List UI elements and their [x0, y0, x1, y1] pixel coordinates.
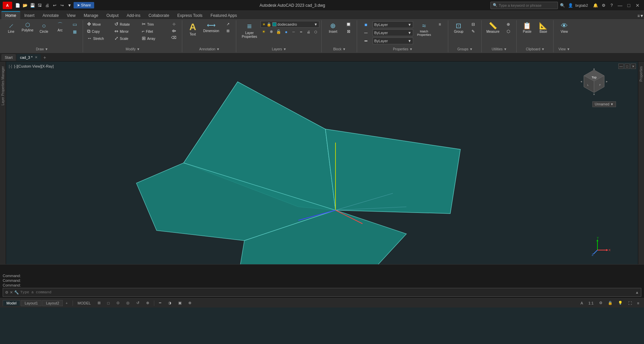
- line-button[interactable]: ⟋ Line: [3, 21, 19, 35]
- properties-tab[interactable]: Properties: [639, 65, 644, 83]
- status-annotation-btn[interactable]: A: [579, 300, 585, 306]
- new-layout-button[interactable]: +: [63, 300, 70, 306]
- rectangle-button[interactable]: ▭: [69, 21, 81, 28]
- block-dropdown-icon[interactable]: ▼: [343, 47, 346, 51]
- annotation-label[interactable]: Annotation ▼: [199, 47, 220, 52]
- paste-button[interactable]: 📋 Paste: [519, 21, 535, 35]
- explode-button[interactable]: ⊹: [168, 21, 180, 27]
- group-edit-btn[interactable]: ✎: [467, 28, 479, 35]
- save-btn[interactable]: 💾: [29, 2, 36, 9]
- tab-view[interactable]: View: [63, 12, 80, 19]
- close-button[interactable]: ✕: [634, 2, 641, 9]
- search-input[interactable]: [499, 3, 556, 7]
- search-box[interactable]: 🔍: [490, 2, 558, 9]
- minimize-button[interactable]: —: [616, 2, 624, 9]
- erase-button[interactable]: ⌫: [168, 34, 180, 41]
- status-isolate-btn[interactable]: 💡: [616, 300, 625, 306]
- status-gizmo-btn[interactable]: ⊕: [186, 300, 193, 306]
- match-properties-button[interactable]: ≈ MatchProperties: [415, 21, 433, 38]
- lineweight-bylayer[interactable]: ByLayer ▼: [373, 38, 413, 44]
- scale-button[interactable]: ⤢ Scale: [113, 35, 140, 42]
- settings-icon[interactable]: ⚙: [600, 2, 607, 9]
- layer-lineweight-icon[interactable]: ━: [298, 28, 304, 35]
- block-label[interactable]: Block ▼: [333, 47, 346, 52]
- status-isnap-btn[interactable]: ↺: [134, 300, 141, 306]
- linetype-bylayer[interactable]: ByLayer ▼: [373, 29, 413, 36]
- print-btn[interactable]: 🖨: [44, 2, 51, 9]
- undo-btn[interactable]: ↩: [51, 2, 58, 9]
- list-btn[interactable]: ≡: [434, 21, 446, 28]
- status-transp-btn[interactable]: ◑: [166, 300, 173, 306]
- annotation-dropdown-icon[interactable]: ▼: [216, 47, 220, 51]
- status-customize-btn[interactable]: ≡: [635, 300, 641, 306]
- tab-featured[interactable]: Featured Apps: [207, 12, 241, 19]
- arc-button[interactable]: ⌒ Arc: [52, 21, 68, 33]
- layer-plot-icon[interactable]: 🖨: [305, 28, 312, 35]
- search-btn[interactable]: 🔍: [559, 2, 566, 9]
- trim-button[interactable]: ✂ Trim: [140, 21, 167, 28]
- tab-insert[interactable]: Insert: [20, 12, 38, 19]
- tab-collaborate[interactable]: Collaborate: [144, 12, 173, 19]
- command-expand-icon[interactable]: ▲: [635, 290, 639, 294]
- help-icon[interactable]: ?: [608, 2, 615, 9]
- lineweight-dropdown-arrow[interactable]: ▼: [408, 39, 411, 43]
- circle-button[interactable]: ○ Circle: [36, 21, 52, 35]
- layout-tab-1[interactable]: Layout1: [21, 300, 42, 306]
- layout-tab-model[interactable]: Model: [3, 300, 20, 306]
- status-scale-btn[interactable]: 1:1: [586, 300, 595, 306]
- measure-button[interactable]: 📏 Measure: [484, 21, 502, 35]
- utilities-dropdown-icon[interactable]: ▼: [504, 47, 507, 51]
- view-button[interactable]: 👁 View: [557, 21, 572, 35]
- polyline-button[interactable]: ⬡ Polyline: [20, 21, 35, 33]
- draw-dropdown-icon[interactable]: ▼: [45, 47, 48, 51]
- clipboard-label[interactable]: Clipboard ▼: [526, 47, 545, 52]
- canvas-area[interactable]: [-] [-][Custom View][X-Ray] — □ ✕: [6, 62, 638, 264]
- rotate-button[interactable]: ↺ Rotate: [113, 21, 140, 28]
- status-select-btn[interactable]: ▣: [176, 300, 184, 306]
- view-label[interactable]: View ▼: [559, 47, 570, 52]
- status-ws-btn[interactable]: ⚙: [597, 300, 605, 306]
- ribbon-options[interactable]: ≡▼: [637, 13, 644, 19]
- layout-tab-2[interactable]: Layout2: [42, 300, 63, 306]
- layer-dropdown-arrow[interactable]: ▼: [314, 22, 318, 26]
- status-grid-btn[interactable]: ⊞: [96, 300, 103, 306]
- table-button[interactable]: ⊞: [222, 28, 234, 34]
- open-btn[interactable]: 📂: [22, 2, 28, 9]
- layer-color-icon[interactable]: ■: [283, 28, 290, 35]
- create-block-btn[interactable]: 🔲: [343, 21, 355, 28]
- region-btn[interactable]: ⬡: [502, 28, 514, 35]
- define-attrib-btn[interactable]: ⊠: [343, 28, 355, 35]
- view-dropdown-icon[interactable]: ▼: [567, 47, 570, 51]
- command-wrench-icon[interactable]: 🔧: [14, 290, 19, 295]
- maximize-button[interactable]: □: [625, 2, 633, 9]
- status-otrack-btn[interactable]: ⊕: [144, 300, 151, 306]
- save-as-btn[interactable]: 🖫: [36, 2, 43, 9]
- ungroup-btn[interactable]: ⊟: [467, 21, 479, 28]
- status-polar-btn[interactable]: ◎: [124, 300, 132, 306]
- named-view-dropdown[interactable]: ▼: [610, 102, 614, 106]
- multileader-button[interactable]: ↗: [222, 21, 234, 27]
- move-button[interactable]: ✥ Move: [86, 21, 113, 28]
- modify-label[interactable]: Modify ▼: [126, 47, 140, 52]
- status-snap-btn[interactable]: □: [105, 300, 112, 306]
- view-cube[interactable]: Top L F ▲ ▼ ◄ ►: [581, 68, 611, 99]
- status-model-btn[interactable]: MODEL: [76, 300, 93, 306]
- layer-properties-manager-tab[interactable]: Layer Properties Manager: [0, 65, 5, 107]
- tab-home[interactable]: Home: [1, 11, 20, 19]
- tab-express[interactable]: Express Tools: [173, 12, 206, 19]
- redo-btn[interactable]: ↪: [59, 2, 65, 9]
- groups-dropdown-icon[interactable]: ▼: [469, 47, 473, 51]
- layer-lock2-icon[interactable]: 🔓: [275, 28, 282, 35]
- base-button[interactable]: 📐 Base: [536, 21, 551, 35]
- draw-label[interactable]: Draw ▼: [36, 47, 48, 52]
- stretch-button[interactable]: ↔ Stretch: [86, 35, 113, 42]
- modify-dropdown-icon[interactable]: ▼: [137, 47, 140, 51]
- properties-label[interactable]: Properties ▼: [393, 47, 412, 52]
- dimension-button[interactable]: ⟷ Dimension: [201, 21, 221, 34]
- layer-properties-button[interactable]: ≡ LayerProperties: [239, 21, 260, 40]
- clipboard-dropdown-icon[interactable]: ▼: [541, 47, 545, 51]
- layer-vis-icon[interactable]: ☀: [261, 28, 267, 35]
- doc-tab-start[interactable]: Start: [1, 54, 16, 61]
- id-point-btn[interactable]: ⊕: [502, 21, 514, 28]
- layer-select[interactable]: ☀ 🔒 dodecaedro ▼: [261, 21, 319, 28]
